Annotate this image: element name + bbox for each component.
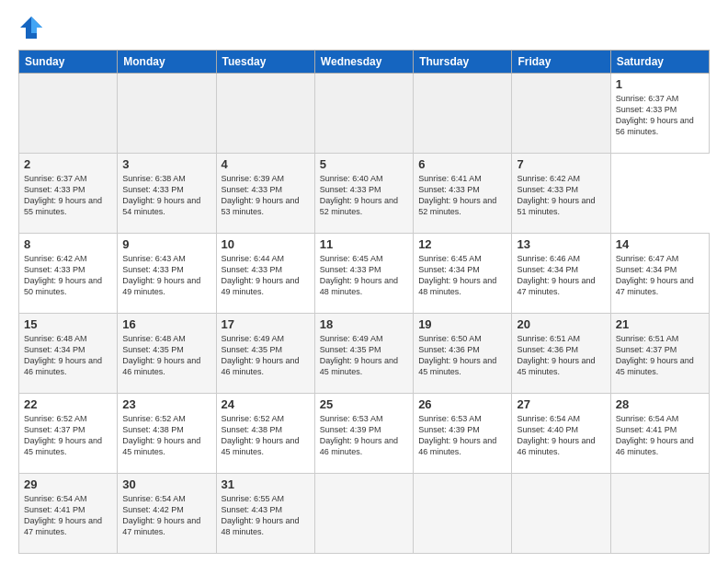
daylight-text: Daylight: 9 hours and 45 minutes. bbox=[517, 355, 605, 377]
sunset-text: Sunset: 4:33 PM bbox=[616, 104, 704, 115]
sunset-text: Sunset: 4:35 PM bbox=[320, 344, 408, 355]
sunrise-text: Sunrise: 6:43 AM bbox=[122, 253, 210, 264]
calendar-day-cell: 9 Sunrise: 6:43 AM Sunset: 4:33 PM Dayli… bbox=[118, 234, 216, 314]
daylight-text: Daylight: 9 hours and 47 minutes. bbox=[24, 515, 112, 537]
day-number: 21 bbox=[616, 317, 704, 331]
day-info: Sunrise: 6:39 AM Sunset: 4:33 PM Dayligh… bbox=[222, 173, 310, 218]
calendar-day-cell: 6 Sunrise: 6:41 AM Sunset: 4:33 PM Dayli… bbox=[414, 154, 512, 234]
sunrise-text: Sunrise: 6:46 AM bbox=[517, 253, 605, 264]
daylight-text: Daylight: 9 hours and 49 minutes. bbox=[222, 275, 310, 297]
day-number: 23 bbox=[122, 397, 210, 411]
day-number: 18 bbox=[320, 317, 408, 331]
calendar-day-cell: 11 Sunrise: 6:45 AM Sunset: 4:33 PM Dayl… bbox=[314, 234, 413, 314]
calendar-header-saturday: Saturday bbox=[610, 51, 709, 74]
calendar-header-thursday: Thursday bbox=[414, 51, 512, 74]
daylight-text: Daylight: 9 hours and 46 minutes. bbox=[517, 435, 605, 457]
sunset-text: Sunset: 4:35 PM bbox=[122, 344, 210, 355]
calendar-day-cell: 7 Sunrise: 6:42 AM Sunset: 4:33 PM Dayli… bbox=[512, 154, 610, 234]
sunrise-text: Sunrise: 6:47 AM bbox=[616, 253, 704, 264]
day-number: 31 bbox=[222, 477, 310, 491]
daylight-text: Daylight: 9 hours and 45 minutes. bbox=[616, 355, 704, 377]
daylight-text: Daylight: 9 hours and 55 minutes. bbox=[24, 195, 112, 217]
daylight-text: Daylight: 9 hours and 45 minutes. bbox=[418, 355, 506, 377]
empty-cell bbox=[118, 74, 216, 154]
sunrise-text: Sunrise: 6:55 AM bbox=[222, 493, 310, 504]
day-number: 2 bbox=[24, 157, 112, 171]
sunset-text: Sunset: 4:34 PM bbox=[517, 264, 605, 275]
daylight-text: Daylight: 9 hours and 52 minutes. bbox=[418, 195, 506, 217]
day-number: 5 bbox=[320, 157, 408, 171]
calendar-day-cell: 21 Sunrise: 6:51 AM Sunset: 4:37 PM Dayl… bbox=[610, 314, 709, 394]
daylight-text: Daylight: 9 hours and 47 minutes. bbox=[616, 275, 704, 297]
day-number: 8 bbox=[24, 237, 112, 251]
daylight-text: Daylight: 9 hours and 48 minutes. bbox=[222, 515, 310, 537]
daylight-text: Daylight: 9 hours and 46 minutes. bbox=[122, 355, 210, 377]
sunset-text: Sunset: 4:38 PM bbox=[122, 424, 210, 435]
day-info: Sunrise: 6:52 AM Sunset: 4:38 PM Dayligh… bbox=[122, 413, 210, 458]
day-number: 28 bbox=[616, 397, 704, 411]
day-number: 19 bbox=[418, 317, 506, 331]
sunrise-text: Sunrise: 6:54 AM bbox=[616, 413, 704, 424]
sunset-text: Sunset: 4:33 PM bbox=[122, 184, 210, 195]
sunset-text: Sunset: 4:33 PM bbox=[122, 264, 210, 275]
sunset-text: Sunset: 4:39 PM bbox=[320, 424, 408, 435]
day-info: Sunrise: 6:46 AM Sunset: 4:34 PM Dayligh… bbox=[517, 253, 605, 298]
svg-marker-1 bbox=[31, 17, 42, 33]
calendar-table: SundayMondayTuesdayWednesdayThursdayFrid… bbox=[18, 50, 710, 554]
sunrise-text: Sunrise: 6:52 AM bbox=[24, 413, 112, 424]
day-number: 29 bbox=[24, 477, 112, 491]
daylight-text: Daylight: 9 hours and 51 minutes. bbox=[517, 195, 605, 217]
day-number: 15 bbox=[24, 317, 112, 331]
day-info: Sunrise: 6:40 AM Sunset: 4:33 PM Dayligh… bbox=[320, 173, 408, 218]
day-number: 22 bbox=[24, 397, 112, 411]
day-number: 25 bbox=[320, 397, 408, 411]
empty-cell bbox=[314, 74, 413, 154]
calendar-day-cell: 22 Sunrise: 6:52 AM Sunset: 4:37 PM Dayl… bbox=[19, 394, 118, 474]
day-info: Sunrise: 6:54 AM Sunset: 4:40 PM Dayligh… bbox=[517, 413, 605, 458]
day-info: Sunrise: 6:45 AM Sunset: 4:33 PM Dayligh… bbox=[320, 253, 408, 298]
day-info: Sunrise: 6:48 AM Sunset: 4:34 PM Dayligh… bbox=[24, 333, 112, 378]
day-number: 12 bbox=[418, 237, 506, 251]
calendar-week-row: 8 Sunrise: 6:42 AM Sunset: 4:33 PM Dayli… bbox=[19, 234, 710, 314]
sunset-text: Sunset: 4:33 PM bbox=[418, 184, 506, 195]
sunrise-text: Sunrise: 6:38 AM bbox=[122, 173, 210, 184]
calendar-day-cell: 27 Sunrise: 6:54 AM Sunset: 4:40 PM Dayl… bbox=[512, 394, 610, 474]
sunset-text: Sunset: 4:41 PM bbox=[24, 504, 112, 515]
calendar-header-friday: Friday bbox=[512, 51, 610, 74]
day-number: 24 bbox=[222, 397, 310, 411]
logo-icon bbox=[18, 15, 44, 40]
empty-cell bbox=[314, 474, 413, 554]
day-info: Sunrise: 6:41 AM Sunset: 4:33 PM Dayligh… bbox=[418, 173, 506, 218]
calendar-day-cell: 14 Sunrise: 6:47 AM Sunset: 4:34 PM Dayl… bbox=[610, 234, 709, 314]
daylight-text: Daylight: 9 hours and 46 minutes. bbox=[24, 355, 112, 377]
calendar-day-cell: 3 Sunrise: 6:38 AM Sunset: 4:33 PM Dayli… bbox=[118, 154, 216, 234]
calendar-day-cell: 2 Sunrise: 6:37 AM Sunset: 4:33 PM Dayli… bbox=[19, 154, 118, 234]
day-number: 11 bbox=[320, 237, 408, 251]
sunset-text: Sunset: 4:33 PM bbox=[517, 184, 605, 195]
sunset-text: Sunset: 4:33 PM bbox=[222, 184, 310, 195]
calendar-day-cell: 31 Sunrise: 6:55 AM Sunset: 4:43 PM Dayl… bbox=[216, 474, 314, 554]
calendar-day-cell: 18 Sunrise: 6:49 AM Sunset: 4:35 PM Dayl… bbox=[314, 314, 413, 394]
daylight-text: Daylight: 9 hours and 46 minutes. bbox=[320, 435, 408, 457]
sunrise-text: Sunrise: 6:53 AM bbox=[320, 413, 408, 424]
daylight-text: Daylight: 9 hours and 53 minutes. bbox=[222, 195, 310, 217]
sunrise-text: Sunrise: 6:49 AM bbox=[222, 333, 310, 344]
daylight-text: Daylight: 9 hours and 48 minutes. bbox=[320, 275, 408, 297]
daylight-text: Daylight: 9 hours and 49 minutes. bbox=[122, 275, 210, 297]
calendar-day-cell: 1 Sunrise: 6:37 AM Sunset: 4:33 PM Dayli… bbox=[610, 74, 709, 154]
day-info: Sunrise: 6:53 AM Sunset: 4:39 PM Dayligh… bbox=[320, 413, 408, 458]
daylight-text: Daylight: 9 hours and 54 minutes. bbox=[122, 195, 210, 217]
calendar-week-row: 22 Sunrise: 6:52 AM Sunset: 4:37 PM Dayl… bbox=[19, 394, 710, 474]
calendar-day-cell: 19 Sunrise: 6:50 AM Sunset: 4:36 PM Dayl… bbox=[414, 314, 512, 394]
day-info: Sunrise: 6:47 AM Sunset: 4:34 PM Dayligh… bbox=[616, 253, 704, 298]
sunrise-text: Sunrise: 6:39 AM bbox=[222, 173, 310, 184]
daylight-text: Daylight: 9 hours and 46 minutes. bbox=[222, 355, 310, 377]
day-info: Sunrise: 6:38 AM Sunset: 4:33 PM Dayligh… bbox=[122, 173, 210, 218]
empty-cell bbox=[414, 74, 512, 154]
sunset-text: Sunset: 4:33 PM bbox=[24, 264, 112, 275]
day-info: Sunrise: 6:49 AM Sunset: 4:35 PM Dayligh… bbox=[222, 333, 310, 378]
sunrise-text: Sunrise: 6:37 AM bbox=[24, 173, 112, 184]
day-info: Sunrise: 6:54 AM Sunset: 4:41 PM Dayligh… bbox=[24, 493, 112, 538]
calendar-day-cell: 30 Sunrise: 6:54 AM Sunset: 4:42 PM Dayl… bbox=[118, 474, 216, 554]
day-info: Sunrise: 6:49 AM Sunset: 4:35 PM Dayligh… bbox=[320, 333, 408, 378]
